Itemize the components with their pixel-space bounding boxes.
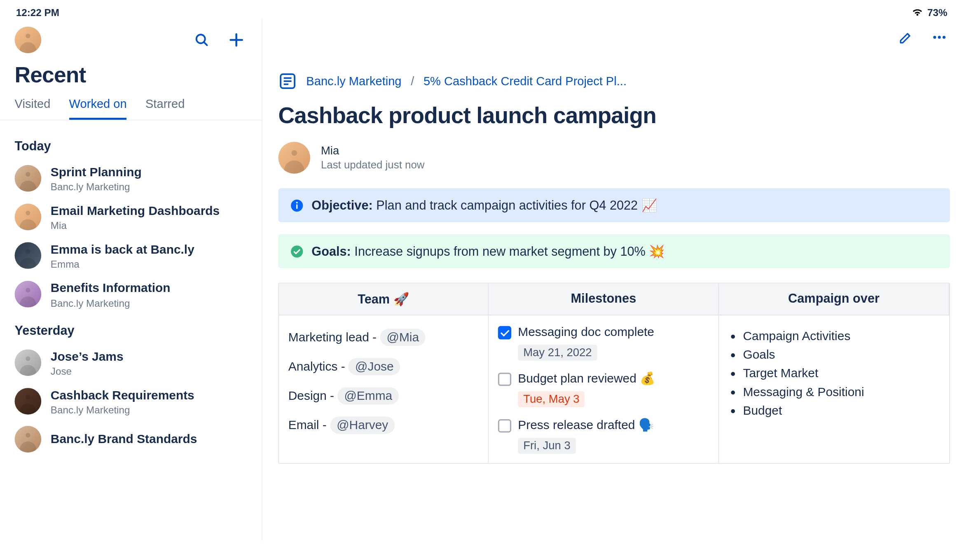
milestone-text: Budget plan reviewed 💰 xyxy=(518,371,655,386)
search-icon xyxy=(194,32,210,48)
list-item-title: Banc.ly Brand Standards xyxy=(51,431,197,446)
profile-avatar[interactable] xyxy=(15,27,42,54)
team-role: Email - xyxy=(288,418,330,432)
avatar xyxy=(15,243,42,269)
avatar xyxy=(15,204,42,231)
objective-label: Objective: xyxy=(311,198,372,212)
space-icon xyxy=(278,72,297,91)
page-title: Cashback product launch campaign xyxy=(278,103,950,128)
sidebar: Recent Visited Worked on Starred Today S… xyxy=(0,19,262,540)
team-role: Design - xyxy=(288,389,338,403)
edit-button[interactable] xyxy=(896,27,917,48)
date-chip[interactable]: Fri, Jun 3 xyxy=(518,438,576,454)
section-today: Today xyxy=(15,139,247,154)
svg-rect-12 xyxy=(296,204,297,208)
more-icon xyxy=(931,29,948,45)
checkbox[interactable] xyxy=(498,326,511,339)
list-item-title: Sprint Planning xyxy=(51,164,142,180)
th-overview: Campaign over xyxy=(719,283,949,315)
svg-point-14 xyxy=(291,245,303,257)
checkbox[interactable] xyxy=(498,419,511,432)
breadcrumb-sep: / xyxy=(411,74,414,88)
list-item[interactable]: Sprint Planning Banc.ly Marketing xyxy=(15,159,247,198)
list-item-sub: Banc.ly Marketing xyxy=(51,404,194,415)
date-chip[interactable]: Tue, May 3 xyxy=(518,391,585,407)
status-battery: 73% xyxy=(927,6,948,17)
sidebar-tabs: Visited Worked on Starred xyxy=(0,88,262,120)
breadcrumb-parent[interactable]: 5% Cashback Credit Card Project Pl... xyxy=(424,74,627,88)
tab-visited[interactable]: Visited xyxy=(15,97,51,120)
author-avatar[interactable] xyxy=(278,142,310,174)
svg-point-6 xyxy=(943,36,945,39)
overview-item[interactable]: Goals xyxy=(743,348,940,362)
overview-item[interactable]: Campaign Activities xyxy=(743,329,940,343)
detail-pane: Banc.ly Marketing / 5% Cashback Credit C… xyxy=(262,19,964,540)
wifi-icon xyxy=(911,7,923,17)
list-item[interactable]: Benefits Information Banc.ly Marketing xyxy=(15,275,247,314)
list-item-title: Benefits Information xyxy=(51,280,171,296)
milestone-text: Press release drafted 🗣️ xyxy=(518,418,654,433)
avatar xyxy=(15,165,42,192)
list-item-title: Cashback Requirements xyxy=(51,387,194,402)
plus-icon xyxy=(228,31,245,49)
list-item-title: Jose’s Jams xyxy=(51,348,124,364)
author-block: Mia Last updated just now xyxy=(278,142,950,174)
list-item[interactable]: Email Marketing Dashboards Mia xyxy=(15,198,247,236)
goals-text: Increase signups from new market segment… xyxy=(354,244,665,258)
breadcrumb: Banc.ly Marketing / 5% Cashback Credit C… xyxy=(278,72,950,91)
svg-point-13 xyxy=(296,201,298,203)
avatar xyxy=(15,388,42,415)
author-name: Mia xyxy=(321,145,425,158)
author-updated: Last updated just now xyxy=(321,159,425,171)
svg-point-4 xyxy=(933,36,936,39)
overview-item[interactable]: Budget xyxy=(743,403,940,418)
avatar xyxy=(15,281,42,308)
avatar xyxy=(15,349,42,376)
th-team: Team 🚀 xyxy=(279,283,489,315)
milestone-text: Messaging doc complete xyxy=(518,325,654,340)
date-chip[interactable]: May 21, 2022 xyxy=(518,345,597,361)
list-item-title: Emma is back at Banc.ly xyxy=(51,242,194,257)
list-item[interactable]: Jose’s Jams Jose xyxy=(15,343,247,382)
section-yesterday: Yesterday xyxy=(15,323,247,338)
team-role: Analytics - xyxy=(288,359,349,373)
tab-worked-on[interactable]: Worked on xyxy=(69,97,127,120)
create-button[interactable] xyxy=(226,29,247,51)
svg-line-1 xyxy=(204,42,207,45)
mention[interactable]: @Mia xyxy=(380,329,426,346)
content-table: Team 🚀 Milestones Campaign over Marketin… xyxy=(278,283,950,464)
list-item-sub: Emma xyxy=(51,259,194,270)
overview-item[interactable]: Messaging & Positioni xyxy=(743,385,940,399)
list-item-sub: Jose xyxy=(51,365,124,376)
td-milestones: Messaging doc complete May 21, 2022 Budg… xyxy=(489,315,719,463)
goals-panel: Goals: Increase signups from new market … xyxy=(278,234,950,268)
avatar xyxy=(15,426,42,453)
objective-panel: Objective: Plan and track campaign activ… xyxy=(278,188,950,222)
tab-starred[interactable]: Starred xyxy=(145,97,185,120)
list-item[interactable]: Banc.ly Brand Standards xyxy=(15,420,247,457)
th-milestones: Milestones xyxy=(489,283,719,315)
overview-item[interactable]: Target Market xyxy=(743,366,940,381)
status-bar: 12:22 PM 73% xyxy=(0,0,963,19)
list-item-sub: Mia xyxy=(51,220,220,231)
objective-text: Plan and track campaign activities for Q… xyxy=(376,198,657,212)
svg-point-5 xyxy=(938,36,941,39)
list-item[interactable]: Cashback Requirements Banc.ly Marketing xyxy=(15,382,247,420)
goals-label: Goals: xyxy=(311,244,351,258)
pencil-icon xyxy=(899,30,914,45)
more-button[interactable] xyxy=(929,27,950,48)
mention[interactable]: @Emma xyxy=(337,387,399,405)
info-icon xyxy=(290,198,304,212)
search-button[interactable] xyxy=(191,29,213,51)
list-item-sub: Banc.ly Marketing xyxy=(51,181,142,192)
breadcrumb-space[interactable]: Banc.ly Marketing xyxy=(306,74,401,88)
status-time: 12:22 PM xyxy=(16,6,59,17)
check-circle-icon xyxy=(290,245,304,258)
list-item[interactable]: Emma is back at Banc.ly Emma xyxy=(15,236,247,275)
mention[interactable]: @Jose xyxy=(349,358,400,375)
td-overview: Campaign Activities Goals Target Market … xyxy=(719,315,949,463)
team-role: Marketing lead - xyxy=(288,330,380,344)
td-team: Marketing lead - @Mia Analytics - @Jose … xyxy=(279,315,489,463)
mention[interactable]: @Harvey xyxy=(330,417,395,434)
checkbox[interactable] xyxy=(498,373,511,386)
